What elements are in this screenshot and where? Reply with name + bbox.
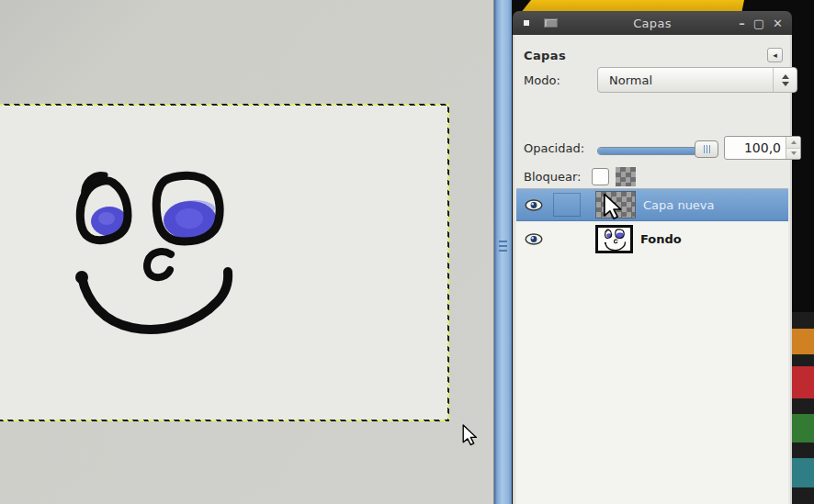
canvas-vertical-scrollbar[interactable] bbox=[493, 0, 512, 504]
palette-color-blocks bbox=[792, 312, 814, 504]
palette-color bbox=[792, 458, 814, 487]
thumbnail-smiley-icon bbox=[599, 228, 630, 252]
link-box-outline bbox=[553, 193, 581, 217]
opacity-spin-buttons bbox=[786, 137, 800, 159]
opacity-label: Opacidad: bbox=[524, 141, 584, 155]
opacity-row: Opacidad: 100,0 bbox=[524, 136, 785, 162]
mode-row: Modo: Normal bbox=[524, 73, 785, 87]
spin-down-button[interactable] bbox=[786, 149, 800, 160]
canvas-mouse-cursor-icon bbox=[462, 424, 478, 446]
layer-row-capa-nueva[interactable]: Capa nueva bbox=[516, 189, 788, 221]
eye-icon[interactable] bbox=[525, 199, 543, 211]
chevron-up-icon bbox=[791, 140, 797, 144]
panel-header-row: Capas ◂ bbox=[524, 48, 783, 62]
mode-label: Modo: bbox=[524, 73, 560, 87]
mode-value: Normal bbox=[598, 73, 652, 87]
visibility-cell[interactable] bbox=[516, 233, 551, 245]
layer-boundary-dashed bbox=[0, 104, 449, 421]
dialog-body: Capas ◂ Modo: Normal Opacidad: bbox=[513, 35, 792, 504]
layer-name[interactable]: Fondo bbox=[640, 232, 682, 246]
chevron-up-icon bbox=[782, 74, 789, 79]
mouse-cursor-icon bbox=[603, 193, 623, 220]
layer-thumbnail-cell[interactable] bbox=[595, 191, 636, 218]
image-canvas-pane[interactable] bbox=[0, 0, 494, 504]
eye-icon[interactable] bbox=[525, 233, 543, 245]
opacity-spinbox[interactable]: 100,0 bbox=[724, 136, 801, 160]
fondo-layer-thumbnail[interactable] bbox=[595, 225, 633, 253]
panel-title: Capas bbox=[524, 49, 566, 62]
scrollbar-grip-icon bbox=[499, 241, 507, 242]
tab-menu-arrow-icon: ◂ bbox=[773, 50, 777, 60]
close-button[interactable]: ✕ bbox=[773, 17, 783, 29]
link-cell[interactable] bbox=[551, 221, 582, 257]
chevron-down-icon bbox=[782, 82, 789, 86]
transparency-checker-icon bbox=[616, 167, 636, 186]
mode-dropdown[interactable]: Normal bbox=[597, 67, 797, 93]
slider-grip-icon bbox=[704, 145, 705, 153]
window-controls: – ▢ ✕ bbox=[739, 11, 783, 35]
layers-dialog-window: Capas – ▢ ✕ Capas ◂ Modo: Normal bbox=[513, 11, 792, 504]
minimize-button[interactable]: – bbox=[739, 17, 745, 29]
maximize-button[interactable]: ▢ bbox=[753, 17, 764, 29]
palette-color bbox=[792, 442, 814, 458]
opacity-slider-handle[interactable] bbox=[695, 140, 718, 158]
tab-menu-button[interactable]: ◂ bbox=[767, 48, 783, 62]
palette-color bbox=[792, 354, 814, 366]
lock-label: Bloquear: bbox=[524, 170, 581, 184]
spin-up-button[interactable] bbox=[786, 137, 800, 149]
layer-list[interactable]: Capa nueva bbox=[516, 188, 788, 504]
palette-color bbox=[792, 366, 814, 398]
lock-alpha-checkbox[interactable] bbox=[592, 168, 609, 185]
lock-row: Bloquear: bbox=[524, 167, 636, 186]
layer-thumbnail-cell[interactable] bbox=[595, 225, 633, 253]
chevron-down-icon bbox=[791, 151, 797, 155]
dropdown-spinner[interactable] bbox=[773, 68, 797, 92]
palette-color bbox=[792, 398, 814, 414]
palette-color bbox=[792, 329, 814, 354]
dialog-titlebar[interactable]: Capas – ▢ ✕ bbox=[513, 11, 792, 35]
visibility-cell[interactable] bbox=[516, 199, 551, 211]
palette-color bbox=[792, 312, 814, 329]
palette-color bbox=[792, 487, 814, 504]
layer-name[interactable]: Capa nueva bbox=[643, 198, 715, 212]
opacity-value[interactable]: 100,0 bbox=[725, 137, 786, 159]
layer-row-fondo[interactable]: Fondo bbox=[516, 221, 788, 257]
gimp-screenshot: Capas – ▢ ✕ Capas ◂ Modo: Normal bbox=[0, 0, 814, 504]
link-cell[interactable] bbox=[551, 189, 582, 220]
palette-color bbox=[792, 414, 814, 442]
